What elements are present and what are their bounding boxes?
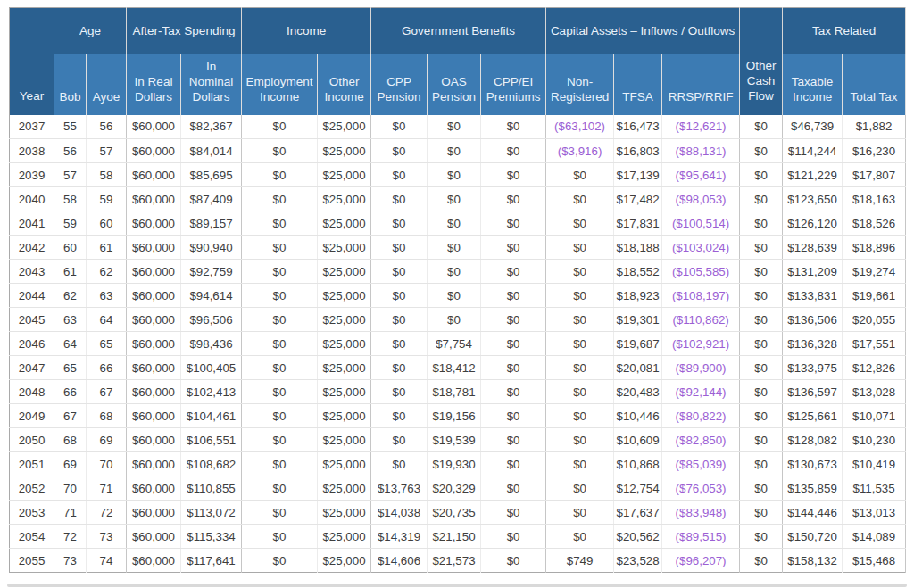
cell-bob: 58 bbox=[54, 187, 87, 211]
cell-tfsa: $17,637 bbox=[614, 501, 662, 525]
table-body: 20375556$60,000$82,367$0$25,000$0$0$0($6… bbox=[10, 115, 906, 573]
cell-in-real-dollars: $60,000 bbox=[127, 476, 181, 501]
cell-ayoe: 65 bbox=[87, 332, 127, 356]
column-header-ayoe: Ayoe bbox=[87, 54, 127, 115]
cell-employment-income: $0 bbox=[242, 476, 318, 501]
cell-non-registered: $0 bbox=[546, 404, 614, 428]
cell-in-real-dollars: $60,000 bbox=[127, 525, 181, 549]
cell-non-registered: $0 bbox=[546, 284, 614, 308]
cell-non-registered: $0 bbox=[546, 332, 614, 356]
cell-cpp-ei-premiums: $0 bbox=[481, 525, 546, 549]
cell-cpp-ei-premiums: $0 bbox=[481, 187, 546, 211]
cell-bob: 64 bbox=[54, 332, 87, 356]
column-header-cpp-pension: CPP Pension bbox=[371, 54, 428, 115]
cell-employment-income: $0 bbox=[242, 236, 318, 260]
cell-year: 2053 bbox=[10, 501, 54, 525]
cell-employment-income: $0 bbox=[242, 163, 318, 187]
cell-ayoe: 64 bbox=[87, 308, 127, 332]
cell-ayoe: 59 bbox=[87, 187, 127, 211]
cell-employment-income: $0 bbox=[242, 187, 318, 211]
cell-tfsa: $16,473 bbox=[614, 115, 662, 139]
cell-tfsa: $10,609 bbox=[614, 428, 662, 452]
cell-other-cash-flow: $0 bbox=[740, 428, 783, 452]
cell-taxable-income: $121,229 bbox=[783, 163, 843, 187]
cell-in-real-dollars: $60,000 bbox=[127, 501, 181, 525]
cell-tfsa: $17,139 bbox=[614, 163, 662, 187]
cell-non-registered: $0 bbox=[546, 211, 614, 236]
cell-bob: 57 bbox=[54, 163, 87, 187]
cell-other-cash-flow: $0 bbox=[740, 187, 783, 211]
cell-rrsp-rrif: ($85,039) bbox=[662, 452, 740, 476]
cell-year: 2039 bbox=[10, 163, 54, 187]
cell-rrsp-rrif: ($100,514) bbox=[662, 211, 740, 236]
cell-rrsp-rrif: ($88,131) bbox=[662, 139, 740, 163]
cell-cpp-pension: $0 bbox=[371, 284, 428, 308]
cell-in-nominal-dollars: $89,157 bbox=[181, 211, 242, 236]
table-row: 20466465$60,000$98,436$0$25,000$0$7,754$… bbox=[10, 332, 906, 356]
cell-other-cash-flow: $0 bbox=[740, 356, 783, 380]
cell-oas-pension: $21,150 bbox=[428, 525, 481, 549]
column-header-in-nominal-dollars: In Nominal Dollars bbox=[181, 54, 242, 115]
cell-in-real-dollars: $60,000 bbox=[127, 211, 181, 236]
cell-bob: 55 bbox=[54, 115, 87, 139]
cell-non-registered: $0 bbox=[546, 501, 614, 525]
cell-in-nominal-dollars: $96,506 bbox=[181, 308, 242, 332]
cell-oas-pension: $18,781 bbox=[428, 380, 481, 404]
cell-tfsa: $20,483 bbox=[614, 380, 662, 404]
cell-year: 2048 bbox=[10, 380, 54, 404]
cell-other-income: $25,000 bbox=[318, 404, 371, 428]
cell-cpp-ei-premiums: $0 bbox=[481, 236, 546, 260]
cell-year: 2045 bbox=[10, 308, 54, 332]
table-header: YearAgeAfter-Tax SpendingIncomeGovernmen… bbox=[10, 8, 906, 115]
cell-in-nominal-dollars: $104,461 bbox=[181, 404, 242, 428]
cell-ayoe: 62 bbox=[87, 260, 127, 284]
cell-cpp-ei-premiums: $0 bbox=[481, 476, 546, 501]
cell-in-nominal-dollars: $87,409 bbox=[181, 187, 242, 211]
cell-total-tax: $13,013 bbox=[843, 501, 906, 525]
cell-non-registered: $0 bbox=[546, 428, 614, 452]
cell-in-nominal-dollars: $82,367 bbox=[181, 115, 242, 139]
column-header-cpp-ei-premiums: CPP/EI Premiums bbox=[481, 54, 546, 115]
cell-year: 2041 bbox=[10, 211, 54, 236]
cell-in-real-dollars: $60,000 bbox=[127, 549, 181, 573]
cell-non-registered: $0 bbox=[546, 163, 614, 187]
cell-in-nominal-dollars: $115,334 bbox=[181, 525, 242, 549]
cell-non-registered: ($63,102) bbox=[546, 115, 614, 139]
cell-tfsa: $18,188 bbox=[614, 236, 662, 260]
column-header-bob: Bob bbox=[54, 54, 87, 115]
cell-year: 2049 bbox=[10, 404, 54, 428]
cell-total-tax: $14,089 bbox=[843, 525, 906, 549]
cell-tfsa: $20,562 bbox=[614, 525, 662, 549]
cell-total-tax: $17,551 bbox=[843, 332, 906, 356]
table-row: 20446263$60,000$94,614$0$25,000$0$0$0$0$… bbox=[10, 284, 906, 308]
cell-bob: 59 bbox=[54, 211, 87, 236]
cell-other-cash-flow: $0 bbox=[740, 139, 783, 163]
cell-in-nominal-dollars: $110,855 bbox=[181, 476, 242, 501]
cell-in-real-dollars: $60,000 bbox=[127, 380, 181, 404]
cell-rrsp-rrif: ($110,862) bbox=[662, 308, 740, 332]
cell-taxable-income: $144,446 bbox=[783, 501, 843, 525]
cell-non-registered: $0 bbox=[546, 525, 614, 549]
cell-other-cash-flow: $0 bbox=[740, 452, 783, 476]
cell-oas-pension: $0 bbox=[428, 187, 481, 211]
cell-tfsa: $23,528 bbox=[614, 549, 662, 573]
cell-non-registered: $0 bbox=[546, 260, 614, 284]
cell-in-nominal-dollars: $102,413 bbox=[181, 380, 242, 404]
cell-bob: 56 bbox=[54, 139, 87, 163]
column-header-tfsa: TFSA bbox=[614, 54, 662, 115]
cell-bob: 67 bbox=[54, 404, 87, 428]
cell-year: 2054 bbox=[10, 525, 54, 549]
cell-rrsp-rrif: ($103,024) bbox=[662, 236, 740, 260]
cell-oas-pension: $19,539 bbox=[428, 428, 481, 452]
cell-other-income: $25,000 bbox=[318, 356, 371, 380]
cell-cpp-ei-premiums: $0 bbox=[481, 260, 546, 284]
cell-bob: 61 bbox=[54, 260, 87, 284]
horizontal-scrollbar[interactable] bbox=[7, 584, 907, 587]
cell-rrsp-rrif: ($82,850) bbox=[662, 428, 740, 452]
cell-year: 2052 bbox=[10, 476, 54, 501]
cell-ayoe: 69 bbox=[87, 428, 127, 452]
cell-cpp-ei-premiums: $0 bbox=[481, 163, 546, 187]
cell-oas-pension: $18,412 bbox=[428, 356, 481, 380]
cell-rrsp-rrif: ($105,585) bbox=[662, 260, 740, 284]
cell-other-income: $25,000 bbox=[318, 476, 371, 501]
